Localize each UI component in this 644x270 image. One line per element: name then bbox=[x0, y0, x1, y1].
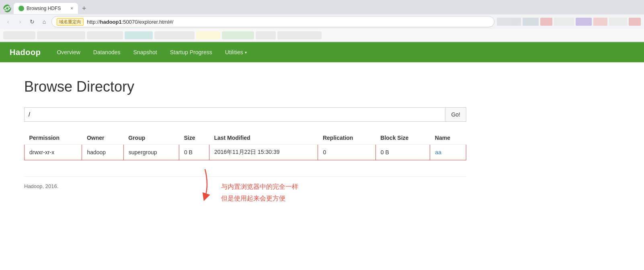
footer-text: Hadoop, 2016. bbox=[24, 183, 58, 189]
browser-chrome: Browsing HDFS × + ‹ › ↻ ⌂ 域名重定向 http://h… bbox=[0, 0, 644, 42]
cell-permission: drwxr-xr-x bbox=[25, 145, 82, 160]
active-tab[interactable]: Browsing HDFS × bbox=[14, 3, 78, 14]
close-tab-button[interactable]: × bbox=[70, 6, 73, 11]
path-input[interactable] bbox=[24, 107, 445, 122]
chevron-down-icon: ▾ bbox=[245, 50, 247, 55]
url-path: :50070/explorer.html#/ bbox=[122, 19, 174, 25]
extension-area bbox=[497, 18, 641, 26]
directory-table: Permission Owner Group Size Last Modifie… bbox=[24, 131, 466, 160]
table-row: drwxr-xr-x hadoop supergroup 0 B 2016年11… bbox=[25, 145, 466, 160]
redirect-badge: 域名重定向 bbox=[57, 18, 84, 26]
nav-datanodes[interactable]: Datanodes bbox=[87, 42, 127, 62]
browser-logo-icon bbox=[3, 4, 11, 12]
annotation-area: Hadoop, 2016. 与内置浏览器中的完全一样 但是使用起来会更方便 bbox=[24, 176, 539, 221]
back-button[interactable]: ‹ bbox=[3, 17, 13, 27]
col-header-owner: Owner bbox=[82, 131, 123, 145]
bookmark-item[interactable] bbox=[154, 31, 195, 39]
navbar-links: Overview Datanodes Snapshot Startup Prog… bbox=[50, 42, 253, 62]
page-title: Browse Directory bbox=[24, 78, 539, 95]
annotation-container: 与内置浏览器中的完全一样 但是使用起来会更方便 bbox=[24, 189, 539, 221]
bookmark-item[interactable] bbox=[87, 31, 123, 39]
refresh-button[interactable]: ↻ bbox=[27, 17, 37, 27]
navbar-brand[interactable]: Hadoop bbox=[0, 48, 50, 57]
cell-replication: 0 bbox=[318, 145, 375, 160]
url-bar[interactable]: 域名重定向 http://hadoop1:50070/explorer.html… bbox=[51, 16, 494, 27]
cell-size: 0 B bbox=[179, 145, 209, 160]
home-button[interactable]: ⌂ bbox=[39, 17, 49, 27]
url-host: hadoop1 bbox=[100, 19, 122, 25]
nav-snapshot[interactable]: Snapshot bbox=[127, 42, 164, 62]
col-header-group: Group bbox=[123, 131, 179, 145]
directory-link[interactable]: aa bbox=[435, 149, 441, 155]
cell-name[interactable]: aa bbox=[430, 145, 466, 160]
go-button[interactable]: Go! bbox=[445, 107, 466, 122]
bookmark-item[interactable] bbox=[3, 31, 35, 39]
nav-overview[interactable]: Overview bbox=[50, 42, 86, 62]
nav-startup-progress[interactable]: Startup Progress bbox=[164, 42, 219, 62]
col-header-size: Size bbox=[179, 131, 209, 145]
navbar: Hadoop Overview Datanodes Snapshot Start… bbox=[0, 42, 644, 62]
new-tab-button[interactable]: + bbox=[80, 4, 88, 13]
bookmark-item[interactable] bbox=[277, 31, 322, 39]
col-header-name: Name bbox=[430, 131, 466, 145]
table-header-row: Permission Owner Group Size Last Modifie… bbox=[25, 131, 466, 145]
bookmark-item[interactable] bbox=[222, 31, 254, 39]
red-arrow-icon bbox=[193, 169, 217, 201]
annotation-line1: 与内置浏览器中的完全一样 bbox=[221, 181, 298, 193]
annotation-text: 与内置浏览器中的完全一样 但是使用起来会更方便 bbox=[221, 181, 298, 205]
url-protocol: http:// bbox=[87, 19, 100, 25]
main-content: Browse Directory Go! Permission Owner Gr… bbox=[0, 62, 563, 237]
tab-bar: Browsing HDFS × + bbox=[0, 0, 644, 14]
cell-block-size: 0 B bbox=[375, 145, 430, 160]
annotation-line2: 但是使用起来会更方便 bbox=[221, 193, 298, 205]
nav-utilities[interactable]: Utilities ▾ bbox=[219, 42, 253, 62]
bookmark-item[interactable] bbox=[37, 31, 85, 39]
bookmarks-bar bbox=[0, 29, 644, 42]
nav-utilities-label: Utilities bbox=[225, 49, 243, 55]
url-text: http://hadoop1:50070/explorer.html#/ bbox=[87, 19, 173, 25]
col-header-last-modified: Last Modified bbox=[209, 131, 318, 145]
col-header-replication: Replication bbox=[318, 131, 375, 145]
tab-favicon-icon bbox=[18, 6, 24, 11]
forward-button[interactable]: › bbox=[15, 17, 25, 27]
address-bar: ‹ › ↻ ⌂ 域名重定向 http://hadoop1:50070/explo… bbox=[0, 14, 644, 29]
col-header-permission: Permission bbox=[25, 131, 82, 145]
col-header-block-size: Block Size bbox=[375, 131, 430, 145]
cell-last-modified: 2016年11月22日 15:30:39 bbox=[209, 145, 318, 160]
bookmark-item[interactable] bbox=[125, 31, 153, 39]
cell-group: supergroup bbox=[123, 145, 179, 160]
svg-point-2 bbox=[6, 7, 8, 10]
bookmark-item[interactable] bbox=[196, 31, 220, 39]
bookmark-item[interactable] bbox=[256, 31, 276, 39]
cell-owner: hadoop bbox=[82, 145, 123, 160]
path-row: Go! bbox=[24, 107, 466, 122]
tab-title: Browsing HDFS bbox=[27, 6, 68, 11]
